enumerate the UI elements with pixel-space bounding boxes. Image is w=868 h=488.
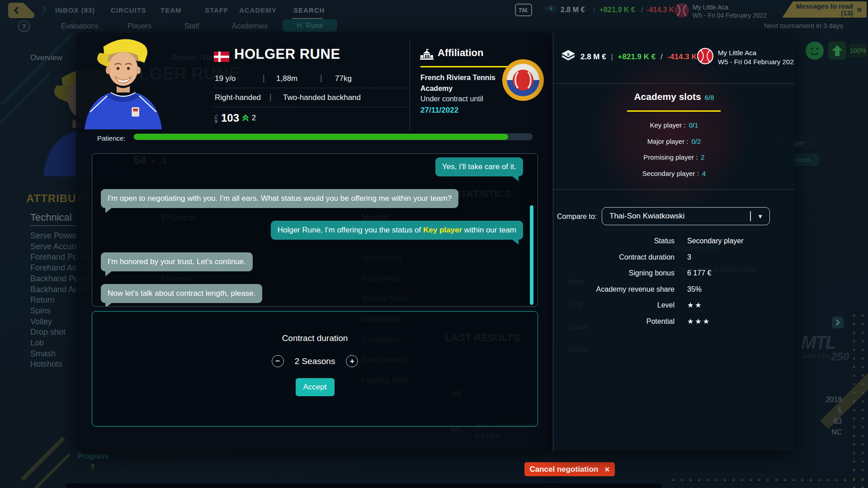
star-rating: ★★ <box>687 301 703 317</box>
detail-row: Academy revenue share35% <box>553 285 794 302</box>
bubble-text: within our team <box>462 226 516 234</box>
decrement-button[interactable]: − <box>272 355 284 367</box>
slot-rows: Key player :0/1Major player :0/2Promisin… <box>553 121 794 185</box>
panel-divider <box>553 189 794 190</box>
accept-button[interactable]: Accept <box>296 378 335 396</box>
bubble-text: I'm open to negotiating with you. I'm al… <box>108 194 452 203</box>
detail-row: StatusSecondary player <box>553 237 794 253</box>
chat-bubble-right: Holger Rune, I'm offering you the status… <box>271 221 523 240</box>
slot-value: 2 <box>701 153 704 161</box>
detail-row: Potential★★★ <box>553 317 794 334</box>
svg-text:$: $ <box>567 52 570 57</box>
player-weight: 77kg <box>335 74 352 83</box>
detail-label: Status <box>553 237 675 253</box>
detail-value: 35% <box>687 285 702 302</box>
slot-row: Secondary player :4 <box>553 170 794 186</box>
slots-underline <box>627 110 721 112</box>
increment-button[interactable]: + <box>346 355 358 367</box>
patience-bar <box>133 133 533 140</box>
info-sep: | <box>269 92 272 102</box>
academy-logo <box>502 59 544 101</box>
finance-sep: | <box>611 52 613 61</box>
patience-fill <box>134 134 508 140</box>
player-hand: Right-handed <box>215 93 261 102</box>
detail-label: Level <box>553 301 675 317</box>
info-divider <box>213 107 410 107</box>
panel-academy-name: My Little Aca <box>718 49 756 57</box>
finance-sep: / <box>660 52 663 61</box>
slot-row: Key player :0/1 <box>553 121 794 137</box>
affiliation-contract-label: Under contract until <box>420 95 483 103</box>
bubble-text: Holger Rune, I'm offering you the status… <box>278 226 423 234</box>
slot-value: 0/2 <box>692 137 701 145</box>
app-window: INBOX (83) CIRCUITS TEAM STAFF ACADEMY S… <box>0 0 868 488</box>
detail-label: Potential <box>553 317 675 334</box>
affiliation-academy-line1: French Riviera Tennis <box>420 72 495 83</box>
bubble-text: Yes, I'll take care of it. <box>442 162 516 171</box>
panel-balance: 2.8 M € <box>580 52 606 61</box>
cancel-label: Cancel negotiation <box>529 465 598 474</box>
dropdown-separator <box>750 211 751 221</box>
my-academy-ball-icon <box>697 48 713 64</box>
detail-label: Contract duration <box>553 253 675 270</box>
player-age: 19 y/o <box>215 74 236 83</box>
rank-change: 2 <box>252 114 256 122</box>
affiliation-divider <box>410 41 410 131</box>
compare-to-label: Compare to: <box>557 213 597 221</box>
rank-value: 103 <box>221 112 239 124</box>
slot-label: Secondary player : <box>642 170 699 177</box>
panel-divider <box>553 83 794 84</box>
affiliation-academy-line2: Academy <box>420 83 453 94</box>
detail-value: Secondary player <box>687 237 744 253</box>
academy-side-panel: $ 2.8 M € | +821.9 K € / -414.3 K € My L… <box>553 33 794 451</box>
chat-bubble-left: I'm honored by your trust. Let's continu… <box>101 252 253 271</box>
academy-slots-title: Academy slots <box>634 91 701 102</box>
affiliation-contract-date: 27/11/2022 <box>420 106 458 115</box>
slot-row: Promising player :2 <box>553 153 794 170</box>
dropdown-selected-value: Thai-Son Kwiatkowski <box>609 212 750 221</box>
rank-up-icon <box>242 114 249 122</box>
academy-building-icon <box>420 48 434 61</box>
chat-history: Yes, I'll take care of it.I'm open to ne… <box>92 153 538 307</box>
offer-detail-rows: StatusSecondary playerContract duration3… <box>553 237 794 333</box>
money-icon: $ <box>561 50 576 62</box>
info-sep: | <box>263 73 265 83</box>
detail-row: Level★★ <box>553 301 794 317</box>
rank-system-label: MTL <box>214 114 218 123</box>
slot-label: Key player : <box>650 121 685 129</box>
info-divider <box>213 88 410 88</box>
detail-row: Signing bonus6 177 € <box>553 269 794 285</box>
player-rank: MTL 103 2 <box>214 112 256 124</box>
highlighted-term: Key player <box>423 226 462 234</box>
close-icon: × <box>604 464 609 474</box>
cancel-negotiation-button[interactable]: Cancel negotiation × <box>524 462 615 476</box>
patience-label: Patience: <box>97 134 126 142</box>
duration-stepper: − 2 Seasons + <box>272 355 359 367</box>
player-photo <box>76 33 170 129</box>
chat-scrollbar[interactable] <box>530 205 533 305</box>
chat-bubble-left: I'm open to negotiating with you. I'm al… <box>101 189 458 208</box>
slot-label: Promising player : <box>643 153 698 161</box>
player-height: 1,88m <box>276 74 297 83</box>
bubble-text: I'm honored by your trust. Let's continu… <box>108 257 246 266</box>
academy-slots-header: Academy slots6/8 <box>553 91 794 102</box>
compare-player-dropdown[interactable]: Thai-Son Kwiatkowski ▼ <box>602 207 770 225</box>
panel-finances: 2.8 M € | +821.9 K € / -414.3 K € <box>580 52 703 62</box>
negotiation-dialog: HOLGER RUNE 19 y/o | 1,88m | 77kg Right-… <box>76 33 552 451</box>
bubble-text: Now let's talk about contract length, pl… <box>108 289 255 298</box>
detail-row: Contract duration3 <box>553 253 794 270</box>
chat-bubble-right: Yes, I'll take care of it. <box>435 157 523 176</box>
duration-value: 2 Seasons <box>295 356 335 366</box>
academy-slots-count: 6/8 <box>705 94 714 101</box>
detail-label: Signing bonus <box>553 269 675 285</box>
star-rating: ★★★ <box>687 317 711 334</box>
panel-date: W5 - Fri 04 February 2022 <box>718 58 794 66</box>
chat-bubble-left: Now let's talk about contract length, pl… <box>101 284 262 303</box>
detail-value: 3 <box>687 253 691 270</box>
contract-duration-title: Contract duration <box>282 333 348 343</box>
chat-messages: Yes, I'll take care of it.I'm open to ne… <box>101 157 528 303</box>
player-name: HOLGER RUNE <box>234 46 340 62</box>
player-backhand: Two-handed backhand <box>283 93 361 102</box>
detail-value: 6 177 € <box>687 269 711 285</box>
affiliation-title: Affiliation <box>438 47 483 59</box>
